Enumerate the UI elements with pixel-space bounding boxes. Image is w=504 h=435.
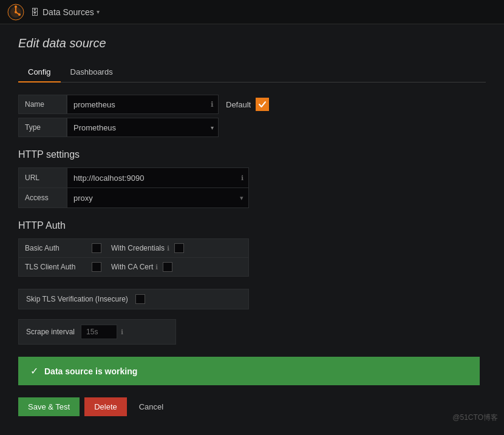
success-check-icon: ✓: [30, 365, 38, 377]
name-row: Name ℹ Default: [18, 95, 486, 114]
grafana-logo[interactable]: [6, 2, 26, 22]
cancel-button[interactable]: Cancel: [132, 397, 171, 416]
access-chevron-icon: ▾: [240, 194, 243, 202]
tls-client-auth-checkbox[interactable]: [92, 262, 101, 272]
tab-dashboards[interactable]: Dashboards: [61, 62, 123, 83]
scrape-interval-row: Scrape interval ℹ: [18, 319, 176, 345]
scrape-interval-input[interactable]: [81, 325, 117, 339]
default-checkbox[interactable]: [256, 98, 269, 111]
name-label: Name: [18, 95, 67, 114]
chevron-down-icon: ▾: [97, 8, 100, 15]
http-settings-title: HTTP settings: [18, 149, 486, 160]
default-label: Default: [226, 100, 251, 109]
http-auth-title: HTTP Auth: [18, 220, 486, 231]
url-row: URL ℹ: [19, 168, 248, 188]
type-label: Type: [18, 118, 67, 137]
access-label: Access: [19, 188, 67, 207]
access-select[interactable]: proxy direct: [67, 188, 248, 207]
with-credentials-label: With Credentials: [111, 244, 165, 252]
basic-auth-label: Basic Auth: [25, 244, 92, 252]
delete-button[interactable]: Delete: [84, 397, 127, 416]
skip-tls-row: Skip TLS Verification (Insecure): [18, 289, 249, 309]
datasources-breadcrumb[interactable]: 🗄 Data Sources ▾: [30, 7, 100, 17]
database-icon: 🗄: [30, 7, 39, 17]
tls-client-auth-row: TLS Client Auth With CA Cert ℹ: [19, 258, 248, 276]
type-select[interactable]: Prometheus: [67, 118, 219, 137]
with-ca-cert-label: With CA Cert: [111, 263, 153, 271]
page-content: Edit data source Config Dashboards Name …: [0, 24, 504, 428]
url-info-icon: ℹ: [241, 174, 243, 182]
type-row: Type Prometheus ▾: [18, 118, 486, 137]
watermark: @51CTO博客: [452, 413, 498, 423]
basic-auth-row: Basic Auth With Credentials ℹ: [19, 239, 248, 258]
breadcrumb-label: Data Sources: [43, 7, 94, 17]
basic-auth-checkbox[interactable]: [92, 243, 101, 253]
url-label: URL: [19, 168, 67, 187]
access-value-cell: proxy direct ▾: [67, 188, 248, 207]
with-ca-cert-info-icon: ℹ: [155, 263, 158, 271]
scrape-interval-label: Scrape interval: [26, 328, 75, 336]
url-input[interactable]: [67, 168, 248, 187]
access-row: Access proxy direct ▾: [19, 188, 248, 207]
save-test-button[interactable]: Save & Test: [18, 397, 80, 416]
svg-point-3: [15, 5, 17, 8]
svg-point-2: [15, 11, 17, 13]
page-title: Edit data source: [18, 36, 486, 50]
with-credentials-info-icon: ℹ: [167, 244, 169, 252]
http-auth-table: Basic Auth With Credentials ℹ TLS Client…: [18, 238, 249, 277]
with-credentials-checkbox[interactable]: [174, 243, 184, 253]
http-settings-table: URL ℹ Access proxy direct ▾: [18, 167, 249, 208]
topnav: 🗄 Data Sources ▾: [0, 0, 504, 24]
tabs-bar: Config Dashboards: [18, 62, 486, 83]
success-banner: ✓ Data source is working: [18, 357, 480, 385]
name-input[interactable]: [67, 95, 219, 114]
url-value-cell: ℹ: [67, 168, 248, 187]
with-ca-cert-checkbox[interactable]: [163, 262, 172, 272]
actions-bar: Save & Test Delete Cancel: [18, 397, 486, 416]
tls-client-auth-label: TLS Client Auth: [25, 263, 92, 271]
success-message: Data source is working: [44, 366, 137, 376]
name-info-icon: ℹ: [211, 100, 214, 109]
skip-tls-checkbox[interactable]: [135, 294, 145, 304]
tab-config[interactable]: Config: [18, 62, 61, 83]
svg-point-4: [18, 13, 21, 16]
scrape-interval-info-icon: ℹ: [121, 328, 123, 336]
skip-tls-label: Skip TLS Verification (Insecure): [26, 295, 128, 303]
